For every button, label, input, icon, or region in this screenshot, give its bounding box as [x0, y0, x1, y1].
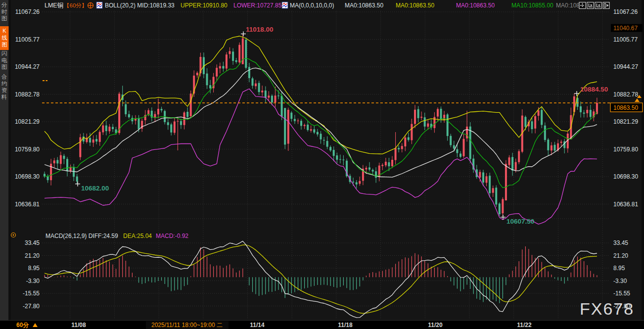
svg-text:10636.81: 10636.81	[15, 201, 40, 208]
svg-text:LOWER:10727.85: LOWER:10727.85	[233, 2, 282, 9]
svg-text:11/20: 11/20	[428, 322, 443, 329]
svg-text:11018.00: 11018.00	[246, 26, 274, 33]
svg-text:10882.78: 10882.78	[15, 91, 40, 98]
svg-text:8.95: 8.95	[28, 265, 40, 272]
svg-text:11005.77: 11005.77	[613, 36, 638, 43]
svg-text:11067.26: 11067.26	[613, 8, 638, 15]
svg-text:10884.50: 10884.50	[580, 86, 608, 93]
svg-text:10682.00: 10682.00	[81, 185, 109, 192]
svg-text:UPPER:10910.80: UPPER:10910.80	[181, 2, 228, 9]
svg-text:-3.30: -3.30	[613, 278, 627, 284]
svg-text:MACD:-0.92: MACD:-0.92	[156, 233, 188, 239]
svg-text:FX678: FX678	[580, 299, 634, 318]
svg-text:时: 时	[1, 9, 7, 15]
svg-text:11067.26: 11067.26	[15, 8, 40, 15]
svg-text:10636.81: 10636.81	[613, 201, 638, 208]
svg-text:MA(0,0,0,10,0,0): MA(0,0,0,10,0,0)	[290, 2, 334, 9]
svg-text:11/18: 11/18	[338, 322, 353, 329]
svg-text:闪: 闪	[1, 50, 7, 56]
svg-text:10759.80: 10759.80	[15, 146, 40, 153]
svg-text:-27.80: -27.80	[23, 303, 40, 310]
svg-text:10698.30: 10698.30	[613, 173, 638, 180]
svg-text:2025/11/11 18:00~19:00 二: 2025/11/11 18:00~19:00 二	[151, 322, 223, 329]
svg-text:21.20: 21.20	[25, 252, 40, 259]
svg-text:图: 图	[2, 42, 7, 47]
svg-text:60分: 60分	[16, 322, 29, 329]
svg-text:MA0:10863.50: MA0:10863.50	[345, 2, 383, 9]
svg-text:K: K	[2, 28, 6, 34]
svg-text:10821.29: 10821.29	[613, 118, 638, 125]
svg-text:10944.27: 10944.27	[613, 63, 638, 70]
svg-text:资: 资	[1, 87, 7, 93]
svg-text:约: 约	[1, 81, 7, 87]
svg-text:MA0:108: MA0:108	[556, 2, 580, 9]
svg-text:11005.77: 11005.77	[15, 36, 40, 43]
svg-text:图: 图	[1, 15, 7, 21]
svg-text:10863.50: 10863.50	[613, 104, 638, 111]
svg-text:33.45: 33.45	[613, 239, 628, 246]
svg-text:10607.50: 10607.50	[506, 218, 534, 225]
svg-text:MA0:10863.50: MA0:10863.50	[396, 2, 434, 9]
svg-text:料: 料	[1, 94, 7, 100]
svg-text:MACD(26,12,9) DIFF:24.59: MACD(26,12,9) DIFF:24.59	[46, 233, 118, 239]
svg-text:11/22: 11/22	[517, 322, 532, 329]
svg-text:10698.30: 10698.30	[15, 173, 40, 180]
svg-text:-3.30: -3.30	[26, 278, 40, 284]
svg-text:11/08: 11/08	[71, 322, 86, 329]
svg-text:-15.55: -15.55	[23, 290, 40, 297]
svg-text:8.95: 8.95	[613, 265, 625, 272]
svg-text:10944.27: 10944.27	[15, 63, 40, 70]
svg-text:10759.80: 10759.80	[613, 146, 638, 153]
svg-text:10821.29: 10821.29	[15, 118, 40, 125]
svg-text:33.45: 33.45	[25, 239, 40, 246]
svg-text:合: 合	[1, 74, 7, 80]
svg-text:MA0:10863.50: MA0:10863.50	[456, 2, 495, 9]
svg-text:电: 电	[1, 57, 7, 63]
svg-text:10882.78: 10882.78	[613, 91, 638, 98]
svg-text:-15.55: -15.55	[613, 290, 630, 297]
svg-text:BOLL(20,2) MID:10819.33: BOLL(20,2) MID:10819.33	[105, 2, 175, 9]
svg-text:线: 线	[2, 35, 7, 41]
svg-text:DEA:25.04: DEA:25.04	[123, 233, 152, 239]
svg-text:MA10:10855.00: MA10:10855.00	[511, 2, 553, 9]
svg-text:图: 图	[1, 64, 7, 70]
svg-text:【60分】: 【60分】	[64, 2, 87, 8]
svg-text:LME铜: LME铜	[45, 2, 63, 9]
svg-text:21.20: 21.20	[613, 252, 628, 259]
svg-text:11/14: 11/14	[250, 322, 265, 329]
svg-text:分: 分	[1, 2, 7, 8]
svg-text:11040.67: 11040.67	[613, 25, 638, 32]
